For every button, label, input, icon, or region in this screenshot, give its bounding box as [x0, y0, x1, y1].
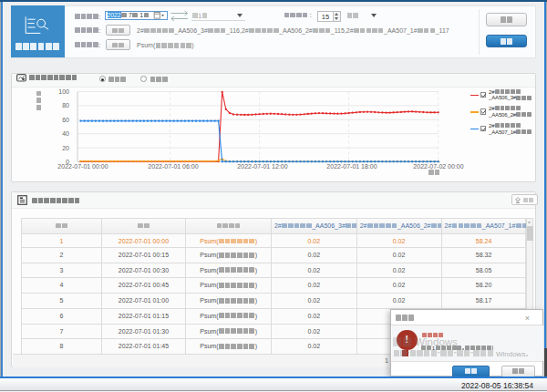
svg-text:60: 60	[62, 117, 69, 123]
svg-text:2022-07-01 06:00: 2022-07-01 06:00	[148, 163, 198, 170]
svg-text:2022-07-01 18:00: 2022-07-01 18:00	[326, 163, 377, 170]
svg-text:40: 40	[62, 130, 69, 137]
svg-text:2022-07-01 12:00: 2022-07-01 12:00	[237, 163, 287, 170]
svg-text:100: 100	[58, 88, 69, 95]
svg-text:20: 20	[62, 145, 69, 151]
svg-text:80: 80	[62, 102, 69, 108]
svg-text:2022-07-01 00:00: 2022-07-01 00:00	[57, 163, 108, 170]
